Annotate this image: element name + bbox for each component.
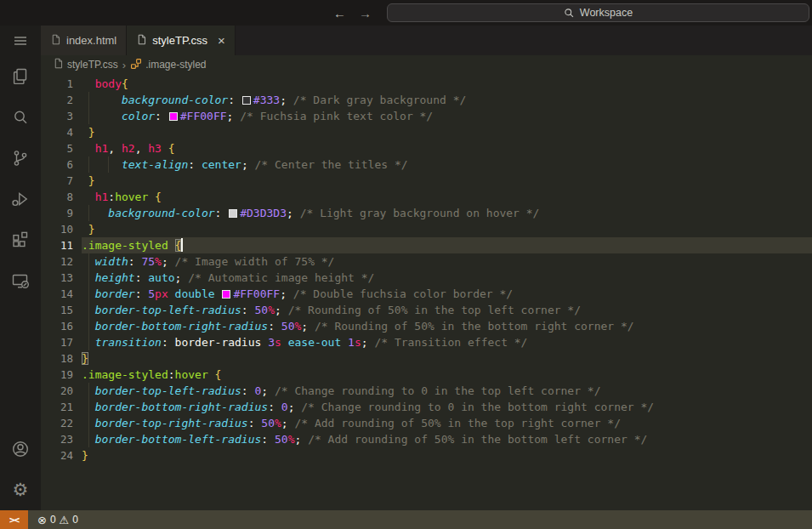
- code-token: text-align: [122, 158, 188, 171]
- line-number[interactable]: 10: [41, 221, 82, 237]
- line-number[interactable]: 9: [41, 205, 82, 221]
- error-count: 0: [50, 514, 56, 526]
- line-number[interactable]: 19: [41, 367, 82, 383]
- code-line[interactable]: 15 border-top-left-radius: 50%; /* Round…: [41, 302, 812, 318]
- code-token: border-bottom-right-radius: [95, 401, 269, 413]
- line-number[interactable]: 2: [41, 92, 82, 108]
- nav-forward-button[interactable]: →: [359, 6, 372, 20]
- code-line[interactable]: 10 }: [41, 221, 812, 237]
- code-line[interactable]: 23 border-bottom-left-radius: 50%; /* Ad…: [41, 431, 812, 447]
- line-number[interactable]: 18: [41, 350, 82, 367]
- code-token: body: [95, 77, 122, 90]
- code-line[interactable]: 13 height: auto; /* Automatic image heig…: [41, 270, 812, 286]
- code-line[interactable]: 4 }: [41, 124, 812, 140]
- warning-icon: ⚠: [60, 514, 70, 526]
- code-token: [162, 142, 168, 155]
- code-line[interactable]: 22 border-top-right-radius: 50%; /* Add …: [41, 415, 812, 431]
- line-number[interactable]: 1: [41, 76, 82, 92]
- code-line[interactable]: 5 h1, h2, h3 {: [41, 140, 812, 156]
- code-token: [248, 304, 255, 316]
- line-number[interactable]: 17: [41, 334, 82, 350]
- search-icon[interactable]: [0, 97, 41, 138]
- account-icon[interactable]: [0, 429, 41, 469]
- command-center-search[interactable]: Workspace: [387, 3, 809, 22]
- breadcrumb-item[interactable]: .image-styled: [130, 58, 206, 72]
- code-token: border: [95, 287, 135, 300]
- remote-explorer-icon[interactable]: [0, 260, 41, 301]
- code-line[interactable]: 16 border-bottom-right-radius: 50%; /* R…: [41, 318, 812, 334]
- explorer-icon[interactable]: [0, 56, 41, 97]
- color-swatch[interactable]: [242, 96, 251, 105]
- code-line[interactable]: 21 border-bottom-right-radius: 0; /* Cha…: [41, 399, 812, 415]
- color-swatch[interactable]: [229, 209, 237, 218]
- line-number[interactable]: 7: [41, 173, 82, 189]
- breadcrumb-item[interactable]: styleTP.css: [53, 58, 118, 71]
- line-number[interactable]: 21: [41, 399, 82, 415]
- line-number[interactable]: 20: [41, 383, 82, 399]
- line-number[interactable]: 5: [41, 140, 82, 156]
- line-number[interactable]: 3: [41, 108, 82, 124]
- tab-index.html[interactable]: index.html: [41, 26, 127, 55]
- code-token: [248, 158, 255, 171]
- line-number[interactable]: 16: [41, 318, 82, 334]
- line-number[interactable]: 22: [41, 415, 82, 431]
- editor-code-area[interactable]: 1 body{2 background-color: #333; /* Dark…: [41, 74, 812, 510]
- line-number[interactable]: 24: [41, 447, 82, 464]
- code-line[interactable]: 2 background-color: #333; /* Dark gray b…: [41, 92, 812, 108]
- code-line[interactable]: 1 body{: [41, 76, 812, 92]
- code-line[interactable]: 14 border: 5px double #FF00FF; /* Double…: [41, 286, 812, 302]
- code-line[interactable]: 6 text-align: center; /* Center the titl…: [41, 156, 812, 173]
- code-line[interactable]: 17 transition: border-radius 3s ease-out…: [41, 334, 812, 350]
- code-line[interactable]: 12 width: 75%; /* Image width of 75% */: [41, 253, 812, 270]
- code-token: [221, 207, 228, 219]
- line-number[interactable]: 15: [41, 302, 82, 318]
- code-line[interactable]: 24}: [41, 447, 812, 464]
- line-number[interactable]: 23: [41, 431, 82, 447]
- settings-gear-icon[interactable]: ⚙: [0, 469, 41, 510]
- color-swatch[interactable]: [222, 290, 230, 299]
- line-number[interactable]: 11: [41, 237, 82, 253]
- activity-bar: ⚙: [0, 26, 41, 510]
- code-token: /* Double fuchsia color border */: [293, 287, 513, 300]
- menu-icon[interactable]: [0, 26, 41, 56]
- code-line[interactable]: 8 h1:hover {: [41, 189, 812, 205]
- code-token: [275, 401, 281, 413]
- indent-guide: [88, 399, 89, 415]
- source-control-icon[interactable]: [0, 138, 41, 179]
- code-token: [82, 207, 108, 219]
- run-debug-icon[interactable]: [0, 179, 41, 219]
- code-token: border-top-right-radius: [95, 417, 248, 429]
- code-token: {: [168, 142, 175, 155]
- line-number[interactable]: 4: [41, 124, 82, 140]
- line-number[interactable]: 12: [41, 253, 82, 270]
- tab-styleTP.css[interactable]: styleTP.css×: [127, 26, 236, 55]
- code-token: hover: [115, 191, 148, 203]
- line-number[interactable]: 6: [41, 156, 82, 173]
- indent-guide: [88, 270, 89, 286]
- extensions-icon[interactable]: [0, 219, 41, 260]
- code-line[interactable]: 20 border-top-left-radius: 0; /* Change …: [41, 383, 812, 399]
- code-token: border-top-left-radius: [95, 304, 241, 316]
- nav-back-button[interactable]: ←: [333, 6, 346, 20]
- line-number[interactable]: 14: [41, 286, 82, 302]
- code-line[interactable]: 9 background-color: #D3D3D3; /* Light gr…: [41, 205, 812, 221]
- code-token: {: [215, 368, 222, 381]
- color-swatch[interactable]: [169, 112, 178, 121]
- close-icon[interactable]: ×: [218, 34, 225, 47]
- code-token: /* Transition effect */: [374, 336, 527, 349]
- remote-indicator[interactable]: ><: [0, 510, 28, 529]
- code-line[interactable]: 19.image-styled:hover {: [41, 367, 812, 383]
- breadcrumb-label: styleTP.css: [67, 59, 118, 71]
- code-line[interactable]: 3 color: #FF00FF; /* Fuchsia pink text c…: [41, 108, 812, 124]
- code-token: border-radius: [175, 336, 262, 349]
- problems-indicator[interactable]: ⊗0⚠0: [37, 510, 78, 529]
- code-line[interactable]: 18}: [41, 350, 812, 367]
- code-line[interactable]: 7 }: [41, 173, 812, 189]
- line-number[interactable]: 8: [41, 189, 82, 205]
- code-token: :: [248, 417, 255, 429]
- code-line[interactable]: 11.image-styled {: [41, 237, 812, 253]
- line-number[interactable]: 13: [41, 270, 82, 286]
- code-token: /* Change rounding to 0 in the top left …: [275, 384, 601, 397]
- code-token: [275, 320, 281, 333]
- code-token: border-top-left-radius: [95, 384, 241, 397]
